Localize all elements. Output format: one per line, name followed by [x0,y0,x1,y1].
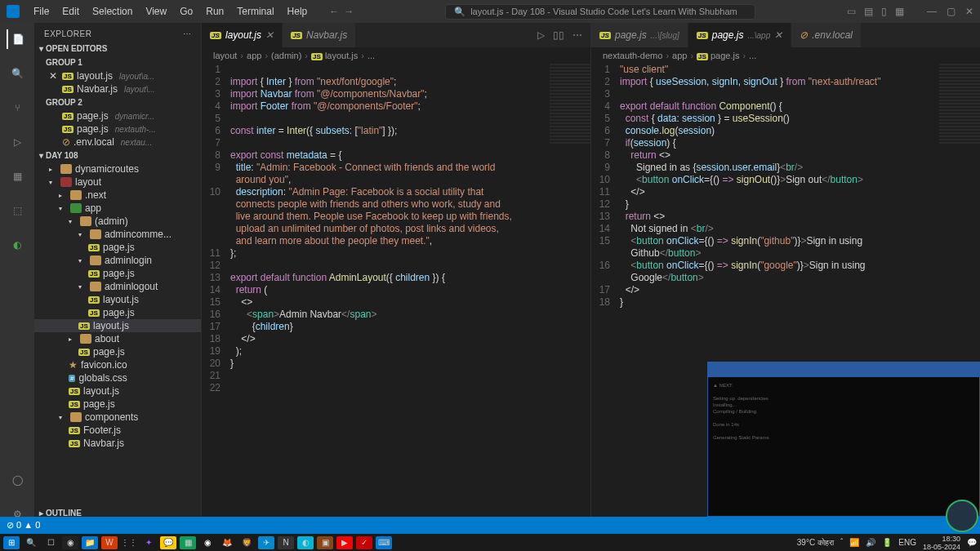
sidebar-icon[interactable]: ▯ [881,6,887,17]
tab-page-js[interactable]: JSpage.js ...\app✕ [688,23,792,47]
tree-item-page-js[interactable]: JSpage.js [34,267,201,280]
battery-icon[interactable]: 🔋 [882,538,892,547]
debug-icon[interactable]: ▷ [7,132,27,152]
back-icon[interactable]: ← [329,6,339,17]
tree-item-navbar-js[interactable]: JSNavbar.js [34,437,201,450]
tree-item-adminlogin[interactable]: ▾adminlogin [34,254,201,267]
app-firefox-icon[interactable]: 🦊 [219,536,235,549]
app-brave-icon[interactable]: 🦁 [238,536,255,549]
code-area-1[interactable]: 12345678910111213141516171819202122 impo… [202,64,590,534]
lines-1[interactable]: import { Inter } from "next/font/google"… [230,64,590,534]
tree-item--next[interactable]: ▸.next [34,189,201,202]
tree-item--admin-[interactable]: ▾(admin) [34,215,201,228]
layout-icon[interactable]: ▭ [847,6,856,17]
remote-icon[interactable]: ⬚ [7,201,27,220]
tree-item-page-js[interactable]: JSpage.js [34,398,201,411]
app-chat-icon[interactable]: 💬 [160,536,176,549]
close-icon[interactable]: ✕ [965,6,973,17]
forward-icon[interactable]: → [344,6,354,17]
tree-item-layout-js[interactable]: JSlayout.js [34,293,201,306]
app-sheets-icon[interactable]: ▦ [180,536,196,549]
tab--env-local[interactable]: ⊘.env.local [791,23,862,47]
account-icon[interactable]: ◯ [7,470,27,490]
app-spacer-1[interactable]: ⋮⋮ [121,536,137,549]
mongodb-icon[interactable]: ◐ [7,235,27,255]
volume-icon[interactable]: 🔊 [866,538,875,547]
menu-go[interactable]: Go [174,2,198,20]
app-vscode-icon[interactable]: ⌨ [376,536,392,549]
open-editor-item[interactable]: ✕JSlayout.jslayout\a... [34,69,201,82]
app-youtube-icon[interactable]: ▶ [336,536,353,549]
language-indicator[interactable]: ENG [898,538,916,547]
menu-help[interactable]: Help [282,2,314,20]
tree-item-layout-js[interactable]: JSlayout.js [34,384,201,398]
tree-item-components[interactable]: ▾components [34,411,201,424]
start-icon[interactable]: ⊞ [3,536,20,549]
project-section[interactable]: ▾DAY 108 [34,149,201,162]
minimize-icon[interactable]: — [927,6,937,17]
task-view-icon[interactable]: ☐ [42,536,59,549]
floating-browser-window[interactable]: ▲ NEXT.Setting up dependenciesInstalling… [707,362,980,517]
menu-view[interactable]: View [140,2,172,20]
tab-page-js[interactable]: JSpage.js ...\[slug] [591,23,688,47]
menu-selection[interactable]: Selection [87,2,138,20]
notifications-icon[interactable]: 💬 [967,538,977,547]
search-activity-icon[interactable]: 🔍 [7,64,27,83]
more-icon[interactable]: ⋯ [183,29,192,38]
menu-file[interactable]: File [28,2,55,20]
breadcrumb-2[interactable]: nextauth-demo›app›JS page.js›... [591,47,980,64]
open-editor-item[interactable]: JSpage.jsdynamicr... [34,109,201,122]
open-editor-item[interactable]: ⊘.env.localnextau... [34,136,201,149]
tree-item-favicon-ico[interactable]: ★favicon.ico [34,358,201,371]
app-college-icon[interactable]: ▣ [317,536,333,549]
tray-chevron-icon[interactable]: ˆ [840,538,843,547]
wifi-icon[interactable]: 📶 [849,538,859,547]
tree-item-adminlogout[interactable]: ▾adminlogout [34,280,201,293]
source-control-icon[interactable]: ⑂ [7,98,27,118]
tree-item-page-js[interactable]: JSpage.js [34,345,201,358]
tree-item-page-js[interactable]: JSpage.js [34,306,201,319]
app-telegram-icon[interactable]: ✈ [258,536,274,549]
more-tab-icon[interactable]: ⋯ [572,29,582,41]
task-search-icon[interactable]: 🔍 [23,536,39,549]
tree-item-page-js[interactable]: JSpage.js [34,241,201,254]
extensions-icon[interactable]: ▦ [7,167,27,186]
menu-terminal[interactable]: Terminal [231,2,279,20]
tree-item-layout-js[interactable]: JSlayout.js [34,319,201,332]
app-notion-icon[interactable]: N [278,536,294,549]
app-obs-icon[interactable]: ◉ [62,536,78,549]
webcam-overlay[interactable] [946,500,978,532]
tree-item-app[interactable]: ▾app [34,202,201,215]
clock[interactable]: 18:3018-05-2024 [923,535,960,551]
app-wps-icon[interactable]: W [101,536,118,549]
customize-icon[interactable]: ▦ [895,6,904,17]
tree-item-about[interactable]: ▸about [34,332,201,345]
maximize-icon[interactable]: ▢ [947,6,956,17]
menu-run[interactable]: Run [200,2,229,20]
split-icon[interactable]: ▯▯ [553,29,564,41]
open-editor-item[interactable]: JSpage.jsnextauth-... [34,122,201,136]
panel-icon[interactable]: ▤ [864,6,873,17]
tree-item-admincomme---[interactable]: ▾admincomme... [34,228,201,241]
app-chrome-icon[interactable]: ◉ [199,536,216,549]
menu-edit[interactable]: Edit [56,2,85,20]
tree-item-layout[interactable]: ▾layout [34,176,201,189]
app-copilot-icon[interactable]: ✦ [140,536,157,549]
minimap-1[interactable] [550,64,590,145]
weather-widget[interactable]: 39°C कोहरा [797,538,834,548]
tree-item-globals-css[interactable]: #globals.css [34,371,201,384]
tab-Navbar-js[interactable]: JSNavbar.js [283,23,356,47]
tree-item-dynamicroutes[interactable]: ▸dynamicroutes [34,162,201,176]
app-explorer-icon[interactable]: 📁 [82,536,98,549]
command-center[interactable]: 🔍 layout.js - Day 108 - Visual Studio Co… [445,4,755,20]
open-editors-section[interactable]: ▾OPEN EDITORS [34,42,201,56]
app-waterfox-icon[interactable]: ◐ [297,536,314,549]
breadcrumb-1[interactable]: layout›app›(admin)›JS layout.js›... [202,47,590,64]
minimap-2[interactable] [939,64,980,145]
run-icon[interactable]: ▷ [537,29,545,41]
explorer-icon[interactable]: 📄 [7,29,26,49]
tab-layout-js[interactable]: JSlayout.js✕ [202,23,283,47]
app-todoist-icon[interactable]: ✓ [356,536,372,549]
open-editor-item[interactable]: JSNavbar.jslayout\... [34,82,201,96]
tree-item-footer-js[interactable]: JSFooter.js [34,424,201,437]
